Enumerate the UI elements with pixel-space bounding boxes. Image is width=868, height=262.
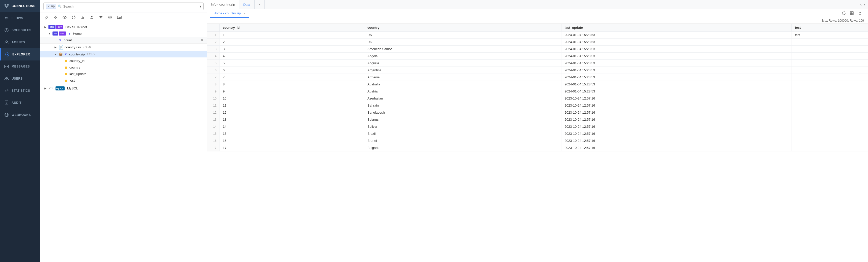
panel-nav-right[interactable]: › <box>864 2 865 7</box>
table-row: 5 5 Anguilla 2024-01-04 15:28:53 <box>207 60 868 67</box>
tree-item-dev-sftp-root[interactable]: ▶ sftp csv Dev SFTP root <box>40 24 207 30</box>
tree-item-country-csv[interactable]: ▶ 📄 country.csv 4.3 kB <box>40 44 207 51</box>
table-row: 9 9 Austria 2024-01-04 15:28:53 <box>207 88 868 95</box>
data-table: country_id country last_update test 1 1 … <box>207 24 868 151</box>
field-test-label: test <box>69 79 75 82</box>
upload-table-button[interactable] <box>857 10 863 17</box>
cell-country: Brunei <box>364 137 561 144</box>
svg-point-13 <box>7 77 8 79</box>
sidebar-label-schedules: SCHEDULES <box>11 29 32 32</box>
tree-item-field-last-update[interactable]: ▶ ◼ last_update <box>40 71 207 77</box>
col-header-country-id[interactable]: country_id <box>220 24 364 32</box>
sidebar-item-statistics[interactable]: STATISTICS <box>0 85 40 97</box>
country-csv-size: 4.3 kB <box>83 46 91 49</box>
tree-item-field-country-id[interactable]: ▶ ◼ country_id <box>40 58 207 64</box>
cell-country-id: 6 <box>220 67 364 74</box>
field-icon-country: ◼ <box>65 66 67 69</box>
cell-country-id: 8 <box>220 81 364 88</box>
svg-rect-46 <box>850 11 851 13</box>
col-header-country[interactable]: country <box>364 24 561 32</box>
svg-rect-26 <box>100 16 102 19</box>
code-view-button[interactable] <box>62 15 68 20</box>
cell-test <box>792 88 868 95</box>
table-row: 13 13 Belarus 2023-10-24 12:57:16 <box>207 116 868 123</box>
download-button[interactable] <box>80 15 86 20</box>
cell-last-update: 2023-10-24 12:57:16 <box>561 144 792 151</box>
refresh-button[interactable] <box>71 15 77 20</box>
svg-point-12 <box>5 77 6 79</box>
tab-data[interactable]: Data <box>239 0 254 9</box>
cell-country: Armenia <box>364 74 561 81</box>
cell-last-update: 2024-01-04 15:28:53 <box>561 88 792 95</box>
search-input-wrap: 🔍 <box>58 4 198 8</box>
sidebar-item-agents[interactable]: AGENTS <box>0 36 40 48</box>
explorer-icon <box>5 52 10 57</box>
cell-rownum: 2 <box>207 39 220 46</box>
sub-tab-home-country-zip[interactable]: Home - country.zip × <box>210 9 249 17</box>
grid-table-button[interactable] <box>849 10 855 17</box>
cell-last-update: 2023-10-24 12:57:16 <box>561 130 792 137</box>
sub-tab-close-icon[interactable]: × <box>244 12 245 15</box>
sub-tabs: Home - country.zip × <box>207 9 868 18</box>
tab-close[interactable]: × <box>255 0 265 9</box>
expand-dev-sftp[interactable]: ▶ <box>43 25 48 29</box>
sidebar-item-connections[interactable]: CONNECTIONS <box>0 0 40 12</box>
upload-button[interactable] <box>89 15 95 20</box>
tree-item-mysql[interactable]: ▶ MySQL MySQL <box>40 85 207 92</box>
close-panel-icon[interactable]: × <box>259 3 261 6</box>
keyboard-button[interactable] <box>116 15 123 20</box>
filter-tag-x[interactable]: ✕ <box>48 5 50 8</box>
svg-rect-2 <box>6 6 7 8</box>
sidebar-item-flows[interactable]: FLOWS <box>0 12 40 24</box>
cell-rownum: 7 <box>207 74 220 81</box>
col-header-test[interactable]: test <box>792 24 868 32</box>
sidebar-label-flows: FLOWS <box>11 16 23 20</box>
sidebar-item-webhooks[interactable]: WEBHOOKS <box>0 109 40 121</box>
search-icon: 🔍 <box>58 4 62 8</box>
close-count-filter-button[interactable]: ✕ <box>200 38 204 42</box>
cell-country: Bangladesh <box>364 109 561 116</box>
sidebar-item-explorer[interactable]: EXPLORER <box>0 48 40 61</box>
svg-point-10 <box>7 54 8 55</box>
search-input[interactable] <box>63 4 198 8</box>
target-button[interactable] <box>107 15 113 20</box>
col-header-last-update[interactable]: last_update <box>561 24 792 32</box>
svg-rect-0 <box>4 4 6 5</box>
grid-view-button[interactable] <box>53 15 59 20</box>
expand-home[interactable]: ▼ <box>48 32 52 36</box>
data-table-wrap[interactable]: country_id country last_update test 1 1 … <box>207 24 868 262</box>
expand-country-zip[interactable]: ▼ <box>54 52 58 56</box>
table-row: 4 4 Angola 2024-01-04 15:28:53 <box>207 53 868 60</box>
table-row: 8 8 Australia 2024-01-04 15:28:53 <box>207 81 868 88</box>
expand-mysql[interactable]: ▶ <box>43 86 48 90</box>
sidebar-item-schedules[interactable]: SCHEDULES <box>0 24 40 36</box>
filter-count-row: ▶ ▼ count ✕ <box>40 37 207 44</box>
tree-item-field-test[interactable]: ▶ ◼ test <box>40 77 207 84</box>
cell-rownum: 6 <box>207 67 220 74</box>
search-dropdown-button[interactable]: ▾ <box>199 4 202 8</box>
expand-country-csv[interactable]: ▶ <box>54 45 58 49</box>
cell-country-id: 3 <box>220 46 364 53</box>
tree-item-home[interactable]: ▼ file csv ▼ Home <box>40 30 207 37</box>
sidebar-item-audit[interactable]: AUDIT <box>0 97 40 109</box>
sidebar-item-messages[interactable]: MESSAGES <box>0 61 40 73</box>
sub-tab-icons <box>839 10 865 17</box>
filter-icon-home: ▼ <box>68 32 71 36</box>
data-tab-link[interactable]: Data <box>243 3 250 6</box>
cell-last-update: 2024-01-04 15:28:53 <box>561 53 792 60</box>
cell-test <box>792 67 868 74</box>
field-icon-last-update: ◼ <box>65 72 67 76</box>
filter-tag-zip[interactable]: ✕ zip <box>46 4 56 9</box>
cell-last-update: 2023-10-24 12:57:16 <box>561 123 792 130</box>
sidebar-item-users[interactable]: USERS <box>0 73 40 85</box>
tree-item-country-zip[interactable]: ▼ 📦 ▼ country.zip 1.2 kB <box>40 51 207 58</box>
edit-button[interactable] <box>43 15 50 20</box>
refresh-table-button[interactable] <box>841 10 847 17</box>
delete-button[interactable] <box>98 15 104 20</box>
tree-item-field-country[interactable]: ▶ ◼ country <box>40 64 207 71</box>
cell-country-id: 11 <box>220 102 364 109</box>
tab-info-country-zip[interactable]: Info - country.zip <box>207 0 239 9</box>
cell-country-id: 10 <box>220 95 364 102</box>
panel-nav-left[interactable]: ‹ <box>860 2 862 7</box>
cell-test <box>792 130 868 137</box>
